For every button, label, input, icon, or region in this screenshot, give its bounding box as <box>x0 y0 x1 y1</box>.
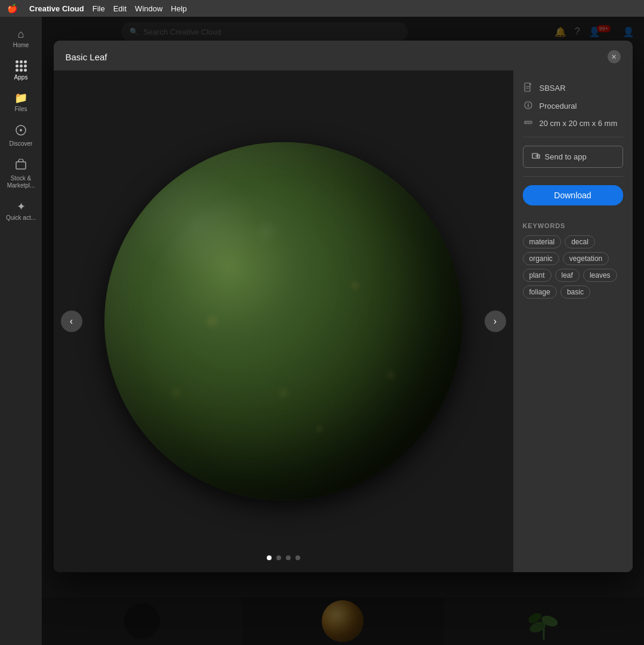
modal-close-button[interactable]: × <box>608 50 621 63</box>
modal-body: ‹ › <box>54 70 633 572</box>
modal-title: Basic Leaf <box>66 52 107 62</box>
sidebar: ⌂ Home Apps 📁 Files Discover <box>0 17 42 645</box>
image-dots <box>267 555 300 560</box>
sidebar-label-files: Files <box>14 106 27 112</box>
keyword-tag[interactable]: basic <box>560 285 590 299</box>
menubar-creativecloud[interactable]: Creative Cloud <box>29 4 84 13</box>
menubar-items: Creative Cloud File Edit Window Help <box>29 4 187 13</box>
menubar-window[interactable]: Window <box>135 4 162 13</box>
material-sphere <box>104 142 463 500</box>
sidebar-label-apps: Apps <box>14 74 28 81</box>
sidebar-item-stock[interactable]: Stock &Marketpl... <box>0 154 42 194</box>
keyword-tag[interactable]: plant <box>523 269 551 282</box>
document-icon <box>523 82 534 94</box>
svg-point-1 <box>20 129 22 131</box>
dot-2[interactable] <box>276 555 281 560</box>
sidebar-label-stock: Stock &Marketpl... <box>7 175 35 189</box>
sphere-container <box>104 142 463 500</box>
keyword-tag[interactable]: foliage <box>523 285 557 299</box>
menubar-help[interactable]: Help <box>171 4 187 13</box>
prev-button[interactable]: ‹ <box>61 311 82 332</box>
send-to-app-label: Send to app <box>545 152 587 161</box>
app-container: ⌂ Home Apps 📁 Files Discover <box>0 17 644 645</box>
sidebar-item-quickactions[interactable]: ✦ Quick act... <box>0 196 42 226</box>
stock-icon <box>15 159 27 173</box>
keyword-tag[interactable]: leaf <box>555 269 580 282</box>
apps-icon <box>16 60 27 72</box>
keyword-tag[interactable]: decal <box>565 235 595 248</box>
download-button[interactable]: Download <box>523 185 623 205</box>
menubar-edit[interactable]: Edit <box>113 4 127 13</box>
ruler-icon <box>523 118 534 128</box>
category-row: Procedural <box>523 101 623 111</box>
main-content: 🔍 Search Creative Cloud 🔔 ? 👤99+ 👤 Basic… <box>42 17 644 645</box>
send-icon <box>532 152 540 162</box>
keyword-tag[interactable]: material <box>523 235 562 248</box>
keywords-grid: materialdecalorganicvegetationplantleafl… <box>523 235 623 299</box>
dot-1[interactable] <box>267 555 272 560</box>
sidebar-item-files[interactable]: 📁 Files <box>0 88 42 117</box>
modal: Basic Leaf × ‹ › <box>54 41 633 572</box>
keyword-tag[interactable]: leaves <box>583 269 617 282</box>
keyword-tag[interactable]: vegetation <box>563 252 609 265</box>
dot-4[interactable] <box>295 555 300 560</box>
svg-rect-3 <box>525 83 530 91</box>
menubar-file[interactable]: File <box>93 4 105 13</box>
svg-rect-2 <box>16 162 26 169</box>
sidebar-label-home: Home <box>13 42 29 48</box>
divider-1 <box>523 137 623 137</box>
modal-header: Basic Leaf × <box>54 41 633 70</box>
detail-panel: SBSAR Procedural <box>513 70 633 572</box>
sidebar-item-apps[interactable]: Apps <box>0 56 42 85</box>
keywords-section: KEYWORDS materialdecalorganicvegetationp… <box>523 222 623 299</box>
divider-2 <box>523 176 623 177</box>
svg-point-9 <box>528 103 529 104</box>
apple-menu[interactable]: 🍎 <box>7 4 17 13</box>
dimensions-text: 20 cm x 20 cm x 6 mm <box>540 119 618 128</box>
info-icon <box>523 101 534 111</box>
files-icon: 📁 <box>14 93 27 103</box>
keywords-heading: KEYWORDS <box>523 222 623 229</box>
filetype-row: SBSAR <box>523 82 623 94</box>
filetype-text: SBSAR <box>540 84 566 93</box>
sidebar-label-discover: Discover <box>10 140 33 147</box>
sidebar-item-home[interactable]: ⌂ Home <box>0 24 42 53</box>
send-to-app-button[interactable]: Send to app <box>523 146 623 168</box>
category-text: Procedural <box>540 102 577 110</box>
sidebar-label-quickactions: Quick act... <box>6 214 36 221</box>
keyword-tag[interactable]: organic <box>523 252 559 265</box>
quickactions-icon: ✦ <box>17 201 26 212</box>
svg-rect-4 <box>529 83 531 85</box>
dimensions-row: 20 cm x 20 cm x 6 mm <box>523 118 623 128</box>
discover-icon <box>15 124 27 138</box>
sidebar-item-discover[interactable]: Discover <box>0 119 42 152</box>
dot-3[interactable] <box>286 555 291 560</box>
modal-overlay: Basic Leaf × ‹ › <box>42 17 644 645</box>
home-icon: ⌂ <box>18 29 24 39</box>
menubar: 🍎 Creative Cloud File Edit Window Help <box>0 0 644 17</box>
next-button[interactable]: › <box>485 311 506 332</box>
image-area: ‹ › <box>54 70 513 572</box>
